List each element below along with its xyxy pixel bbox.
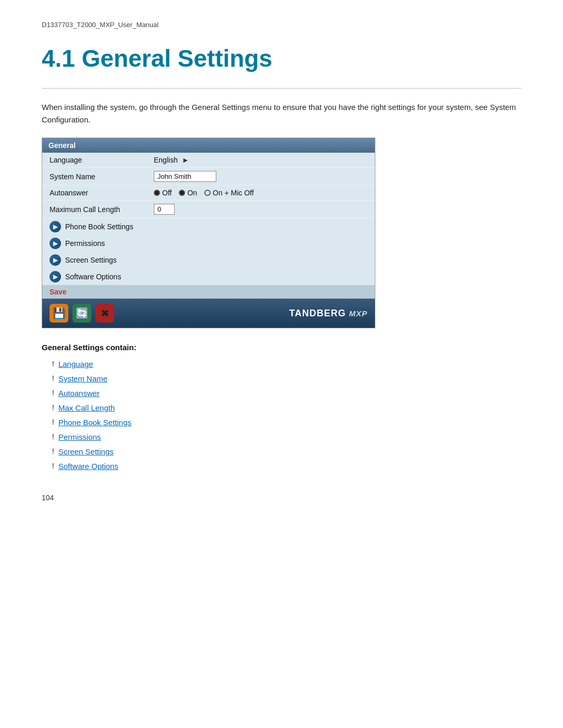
bullet-mark: ! [52, 416, 54, 428]
save-label: Save [50, 288, 67, 296]
phone-book-icon: ▶ [50, 221, 61, 232]
panel-title: General [48, 141, 76, 150]
radio-mic-off-dot [204, 190, 211, 196]
list-item: ! Language [52, 358, 521, 371]
autoanswer-on-mic-off[interactable]: On + Mic Off [204, 189, 254, 197]
divider [42, 88, 521, 89]
autoanswer-row: Autoanswer Off On On + Mic Off [42, 186, 375, 201]
ui-bottom-bar: 💾 🔄 ✖ TANDBERG MXP [42, 299, 375, 328]
list-item: ! Phone Book Settings [52, 416, 521, 429]
refresh-icon: 🔄 [76, 307, 89, 319]
screen-settings-item[interactable]: ▶ Screen Settings [42, 252, 375, 268]
autoanswer-mic-off-label: On + Mic Off [213, 189, 254, 197]
section-heading: General Settings contain: [42, 343, 521, 352]
link-software-options[interactable]: Software Options [58, 460, 118, 473]
autoanswer-on[interactable]: On [179, 189, 197, 197]
bullet-mark: ! [52, 446, 54, 457]
permissions-item[interactable]: ▶ Permissions [42, 235, 375, 252]
list-item: ! Autoanswer [52, 387, 521, 400]
permissions-label: Permissions [65, 239, 105, 248]
refresh-icon-button[interactable]: 🔄 [72, 304, 91, 323]
language-label: Language [50, 156, 154, 164]
list-item: ! Software Options [52, 460, 521, 473]
bottom-icons: 💾 🔄 ✖ [50, 304, 114, 323]
save-row[interactable]: Save [42, 285, 375, 299]
ui-panel-body: Language English ► System Name John Smit… [42, 153, 375, 328]
bullet-mark: ! [52, 460, 54, 472]
autoanswer-on-label: On [187, 189, 197, 197]
link-max-call-length[interactable]: Max Call Length [58, 402, 115, 414]
link-phone-book-settings[interactable]: Phone Book Settings [58, 416, 131, 429]
page-number-text: 104 [42, 493, 54, 502]
software-options-icon: ▶ [50, 271, 61, 282]
link-autoanswer[interactable]: Autoanswer [58, 387, 100, 400]
system-name-value: John Smith [154, 171, 216, 182]
brand-name: TANDBERG [289, 308, 346, 318]
language-text: English [154, 156, 178, 164]
screen-settings-icon: ▶ [50, 254, 61, 266]
software-options-item[interactable]: ▶ Software Options [42, 268, 375, 285]
link-language[interactable]: Language [58, 358, 93, 371]
max-call-length-label: Maximum Call Length [50, 205, 154, 214]
page-number: 104 [42, 493, 521, 502]
radio-on-dot [179, 190, 185, 196]
autoanswer-off[interactable]: Off [154, 189, 172, 197]
ui-panel-header: General [42, 138, 375, 153]
bullet-mark: ! [52, 358, 54, 369]
system-name-input[interactable]: John Smith [154, 171, 216, 182]
language-value: English ► [154, 156, 189, 164]
permissions-icon: ▶ [50, 238, 61, 249]
save-icon-button[interactable]: 💾 [50, 304, 68, 323]
link-system-name[interactable]: System Name [58, 373, 107, 385]
system-name-label: System Name [50, 172, 154, 181]
settings-contain-section: General Settings contain: ! Language ! S… [42, 343, 521, 473]
screen-settings-label: Screen Settings [65, 256, 117, 264]
autoanswer-options: Off On On + Mic Off [154, 189, 254, 197]
save-icon: 💾 [53, 307, 66, 319]
close-icon-button[interactable]: ✖ [95, 304, 114, 323]
link-permissions[interactable]: Permissions [58, 431, 101, 443]
language-row: Language English ► [42, 153, 375, 168]
phone-book-settings-item[interactable]: ▶ Phone Book Settings [42, 218, 375, 235]
close-icon: ✖ [101, 307, 109, 319]
ui-panel: General Language English ► System Name J… [42, 138, 375, 328]
bullet-mark: ! [52, 387, 54, 399]
language-arrow-icon[interactable]: ► [182, 156, 189, 164]
bullet-mark: ! [52, 431, 54, 442]
link-screen-settings[interactable]: Screen Settings [58, 446, 114, 458]
max-call-length-row: Maximum Call Length 0 [42, 201, 375, 218]
phone-book-settings-label: Phone Book Settings [65, 223, 133, 231]
bullet-mark: ! [52, 402, 54, 413]
doc-header-text: D1337703_T2000_MXP_User_Manual [42, 21, 158, 29]
brand-logo: TANDBERG MXP [289, 308, 368, 319]
system-name-row: System Name John Smith [42, 168, 375, 186]
list-item: ! Permissions [52, 431, 521, 443]
autoanswer-off-label: Off [162, 189, 172, 197]
max-call-length-value: 0 [154, 204, 175, 215]
bullet-mark: ! [52, 373, 54, 384]
brand-suffix: MXP [349, 309, 368, 318]
list-item: ! Max Call Length [52, 402, 521, 414]
autoanswer-label: Autoanswer [50, 189, 154, 197]
list-item: ! System Name [52, 373, 521, 385]
settings-links-list: ! Language ! System Name ! Autoanswer ! … [42, 358, 521, 473]
max-call-length-input[interactable]: 0 [154, 204, 175, 215]
doc-header: D1337703_T2000_MXP_User_Manual [42, 21, 521, 29]
software-options-label: Software Options [65, 273, 121, 281]
list-item: ! Screen Settings [52, 446, 521, 458]
intro-text: When installing the system, go through t… [42, 101, 521, 126]
page-title: 4.1 General Settings [42, 44, 521, 72]
radio-off-dot [154, 190, 160, 196]
